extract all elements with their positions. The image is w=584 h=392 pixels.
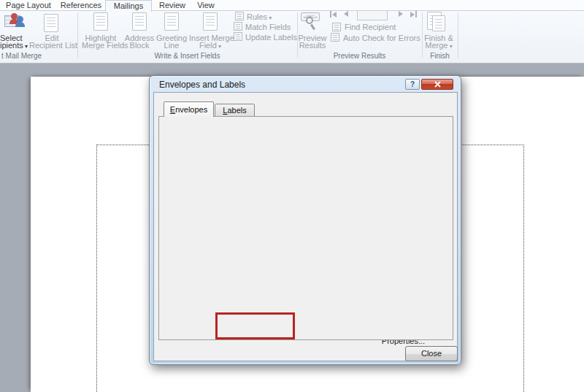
rules-button[interactable]: Rules [247,12,272,21]
left-arrow-icon [344,11,348,17]
update-labels-icon [234,32,242,41]
help-button[interactable]: ? [405,79,420,90]
match-fields-button[interactable]: Match Fields [245,23,291,31]
tab-mailings[interactable]: Mailings [105,0,152,12]
preview-results-button[interactable]: Preview Results [295,34,330,49]
greeting-line-button[interactable]: Greeting Line [155,34,188,49]
greeting-line-icon [164,12,179,31]
insert-merge-field-button[interactable]: Insert Merge Field [189,34,231,50]
envelopes-and-labels-dialog: Envelopes and Labels ? Envelopes Labels … [149,75,461,365]
match-fields-icon [234,22,242,31]
group-label-start-mail-merge: t Mail Merge [1,52,60,60]
next-record-button[interactable] [399,11,403,17]
magnifier-glyph [306,17,313,24]
envelopes-tab-page [158,116,453,340]
group-label-write-insert: Write & Insert Fields [77,52,297,60]
right-arrow-icon [399,11,403,17]
previous-record-button[interactable] [344,11,348,17]
greeting-line-label-2: Line [155,42,188,49]
last-record-button[interactable] [410,11,417,18]
highlight-annotation-rectangle [215,312,295,339]
auto-check-errors-icon [331,33,339,42]
finish-merge-icon-overlay [432,15,445,31]
tab-envelopes[interactable]: Envelopes [164,101,214,117]
find-recipient-button[interactable]: Find Recipient [345,23,396,31]
insert-merge-field-label-2: Field [189,42,231,50]
highlight-merge-fields-button[interactable]: Highlight Merge Fields [82,34,120,49]
tab-view[interactable]: View [191,0,220,10]
group-label-preview-results: Preview Results [297,52,422,60]
ribbon-tab-row: Page Layout References Mailings Review V… [0,0,584,11]
dialog-close-x-button[interactable] [421,79,453,90]
group-separator [77,12,78,58]
highlight-merge-fields-icon [93,12,108,31]
dialog-title: Envelopes and Labels [159,80,245,90]
tab-references[interactable]: References [57,0,105,10]
ribbon: Select ipients Edit Recipient List t Mai… [0,11,584,64]
edit-recipient-list-button[interactable]: Edit Recipient List [29,34,74,49]
edit-recipient-label-2: Recipient List [29,42,74,49]
rules-icon [235,12,244,20]
magnifier-handle [310,24,315,30]
insert-merge-field-icon [203,12,218,31]
group-label-finish: Finish [422,52,458,60]
left-arrow-icon [332,12,337,18]
close-icon [434,81,441,88]
preview-results-label-2: Results [295,42,330,49]
address-block-icon [132,12,147,31]
finish-merge-button[interactable]: Finish & Merge [420,34,457,50]
update-labels-button[interactable]: Update Labels [245,33,297,42]
tab-review[interactable]: Review [155,0,190,10]
edit-recipient-list-icon [44,14,58,32]
right-arrow-icon [410,12,415,18]
highlight-label-2: Merge Fields [82,42,120,49]
auto-check-errors-button[interactable]: Auto Check for Errors [343,34,420,42]
person-blue-body [15,22,25,27]
last-record-icon [415,11,417,18]
tab-page-layout[interactable]: Page Layout [3,0,54,10]
tab-labels[interactable]: Labels [215,104,255,117]
address-block-button[interactable]: Address Block [123,34,156,49]
preview-results-icon: «ABC» [301,12,320,31]
first-record-icon [330,11,331,18]
find-recipient-icon [332,23,341,31]
word-window: Page Layout References Mailings Review V… [0,0,584,392]
select-recipients-label-2: ipients [0,42,32,50]
group-separator [458,12,458,58]
select-recipients-button[interactable]: Select ipients [0,34,32,50]
dialog-client-area: Envelopes Labels Delivery address: Người… [153,92,458,361]
address-block-label-2: Block [123,42,156,49]
first-record-button[interactable] [330,11,337,18]
select-recipients-icon [4,13,25,30]
close-button[interactable]: Close [405,346,458,361]
finish-merge-label-2: Merge [420,42,457,50]
